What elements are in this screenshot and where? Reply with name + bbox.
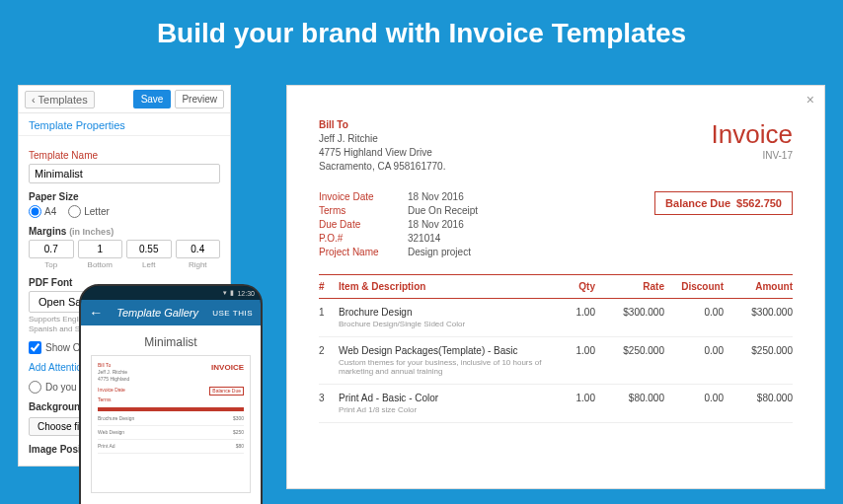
- hero-title: Build your brand with Invoice Templates: [0, 0, 843, 63]
- phone-preview: ▾▮12:30 ← Template Gallery USE THIS Mini…: [79, 284, 263, 504]
- use-this-button[interactable]: USE THIS: [212, 309, 253, 318]
- save-button[interactable]: Save: [133, 90, 172, 108]
- table-row: 1Brochure DesignBrochure Design/Single S…: [319, 299, 793, 337]
- phone-template-name: Minimalist: [91, 335, 251, 349]
- invoice-number: INV-17: [712, 150, 793, 161]
- bill-to-block: Bill To Jeff J. Ritchie 4775 Highland Vi…: [319, 119, 445, 174]
- preview-button[interactable]: Preview: [175, 90, 224, 108]
- label-paper-size: Paper Size: [29, 191, 220, 202]
- margin-top-input[interactable]: [29, 240, 74, 258]
- meta-row: Project NameDesign project: [319, 247, 478, 257]
- label-margins: Margins (in Inches): [29, 226, 220, 237]
- invoice-preview-panel: × Bill To Jeff J. Ritchie 4775 Highland …: [286, 85, 825, 489]
- back-templates-button[interactable]: ‹ Templates: [25, 91, 95, 108]
- margin-right-input[interactable]: [176, 240, 221, 258]
- meta-row: Due Date18 Nov 2016: [319, 219, 478, 230]
- mini-invoice-thumbnail[interactable]: Bill To Jeff J. Ritchie 4775 Highland IN…: [91, 355, 251, 493]
- settings-toolbar: ‹ Templates Save Preview: [19, 86, 230, 113]
- margin-left-input[interactable]: [126, 240, 172, 258]
- do-you-want-radio[interactable]: [29, 381, 41, 394]
- address-line1: 4775 Highland View Drive: [319, 146, 445, 160]
- close-icon[interactable]: ×: [806, 92, 814, 108]
- radio-letter[interactable]: Letter: [68, 205, 110, 218]
- label-template-name: Template Name: [29, 150, 220, 161]
- show-org-checkbox[interactable]: [29, 341, 41, 354]
- customer-name: Jeff J. Ritchie: [319, 132, 445, 146]
- meta-row: Invoice Date18 Nov 2016: [319, 191, 478, 202]
- phone-title: Template Gallery: [116, 307, 198, 319]
- phone-back-icon[interactable]: ←: [89, 305, 103, 321]
- margin-bottom-input[interactable]: [78, 240, 123, 258]
- meta-row: TermsDue On Receipt: [319, 205, 478, 216]
- template-name-input[interactable]: [29, 164, 220, 183]
- section-title: Template Properties: [19, 113, 230, 136]
- table-row: 2Web Design Packages(Template) - BasicCu…: [319, 337, 793, 385]
- phone-app-bar: ← Template Gallery USE THIS: [81, 300, 261, 325]
- phone-status-bar: ▾▮12:30: [81, 286, 261, 300]
- balance-due-box: Balance Due$562.750: [654, 191, 793, 215]
- address-line2: Sacramento, CA 958161770.: [319, 160, 445, 174]
- invoice-title: Invoice: [712, 119, 793, 150]
- invoice-meta: Invoice Date18 Nov 2016TermsDue On Recei…: [319, 191, 478, 260]
- invoice-table-header: # Item & Description Qty Rate Discount A…: [319, 275, 793, 299]
- table-row: 3Print Ad - Basic - ColorPrint Ad 1/8 si…: [319, 385, 793, 423]
- bill-to-label: Bill To: [319, 119, 445, 130]
- radio-a4[interactable]: A4: [29, 205, 56, 218]
- meta-row: P.O.#321014: [319, 233, 478, 244]
